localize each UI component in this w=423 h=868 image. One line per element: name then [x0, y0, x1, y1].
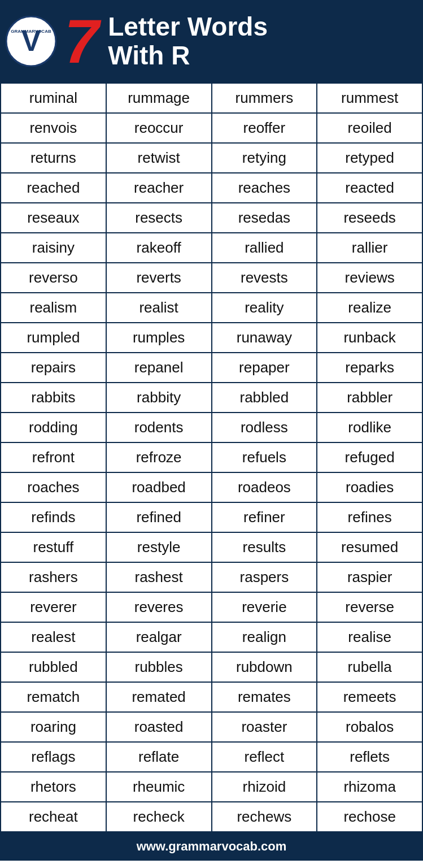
word-cell: remated [106, 682, 212, 712]
word-cell: reviews [317, 263, 422, 293]
word-cell: refroze [106, 442, 212, 472]
word-cell: raspier [317, 562, 422, 592]
word-cell: rabbled [212, 383, 317, 413]
word-cell: refront [1, 442, 106, 472]
word-cell: reflect [212, 742, 317, 772]
word-cell: restyle [106, 532, 212, 562]
word-cell: retyped [317, 143, 422, 173]
table-row: revererreveresreveriereverse [1, 592, 422, 622]
word-cell: remeets [317, 682, 422, 712]
word-cell: reached [1, 173, 106, 203]
word-cell: rumpled [1, 323, 106, 353]
word-cell: roaster [212, 712, 317, 742]
word-cell: reverso [1, 263, 106, 293]
page-title: Letter Words With R [108, 12, 268, 70]
word-cell: rashers [1, 562, 106, 592]
number-seven: 7 [64, 10, 99, 72]
word-cell: reoffer [212, 113, 317, 143]
word-cell: reality [212, 293, 317, 323]
word-cell: repaper [212, 353, 317, 383]
table-row: returnsretwistretyingretyped [1, 143, 422, 173]
word-cell: refinds [1, 502, 106, 532]
word-cell: roadbed [106, 472, 212, 502]
word-cell: rakeoff [106, 233, 212, 263]
word-cell: reverie [212, 592, 317, 622]
word-cell: rashest [106, 562, 212, 592]
word-cell: reveres [106, 592, 212, 622]
word-cell: rummers [212, 83, 317, 113]
word-cell: revests [212, 263, 317, 293]
word-cell: reverts [106, 263, 212, 293]
table-row: reversorevertsrevestsreviews [1, 263, 422, 293]
word-cell: roaring [1, 712, 106, 742]
word-cell: realize [317, 293, 422, 323]
word-cell: results [212, 532, 317, 562]
table-row: realestrealgarrealignrealise [1, 622, 422, 652]
logo-icon: V GRAMMARVOCAB [6, 16, 56, 67]
word-cell: repairs [1, 353, 106, 383]
word-cell: refines [317, 502, 422, 532]
table-row: rubbledrubblesrubdownrubella [1, 652, 422, 682]
word-cell: reverer [1, 592, 106, 622]
word-cell: rhizoma [317, 772, 422, 802]
word-cell: rodless [212, 413, 317, 442]
word-cell: reflate [106, 742, 212, 772]
word-cell: refuged [317, 442, 422, 472]
word-cell: realign [212, 622, 317, 652]
website-url: www.grammarvocab.com [137, 839, 287, 853]
word-cell: retwist [106, 143, 212, 173]
word-cell: rumples [106, 323, 212, 353]
table-row: reflagsreflatereflectreflets [1, 742, 422, 772]
word-cell: rummest [317, 83, 422, 113]
word-cell: realest [1, 622, 106, 652]
word-cell: recheat [1, 802, 106, 832]
svg-text:GRAMMARVOCAB: GRAMMARVOCAB [11, 29, 51, 34]
table-row: rhetorsrheumicrhizoidrhizoma [1, 772, 422, 802]
word-cell: renvois [1, 113, 106, 143]
word-cell: reacted [317, 173, 422, 203]
table-row: reachedreacherreachesreacted [1, 173, 422, 203]
word-cell: rodlike [317, 413, 422, 442]
word-cell: refuels [212, 442, 317, 472]
word-cell: roadeos [212, 472, 317, 502]
word-cell: ruminal [1, 83, 106, 113]
word-cell: reflags [1, 742, 106, 772]
word-cell: reoccur [106, 113, 212, 143]
word-cell: rallier [317, 233, 422, 263]
table-row: renvoisreoccurreofferreoiled [1, 113, 422, 143]
table-row: restuffrestyleresultsresumed [1, 532, 422, 562]
word-cell: resedas [212, 203, 317, 233]
word-cell: realise [317, 622, 422, 652]
word-cell: runaway [212, 323, 317, 353]
table-row: reseauxresectsresedasreseeds [1, 203, 422, 233]
header: V GRAMMARVOCAB 7 Letter Words With R [0, 0, 423, 83]
word-cell: raisiny [1, 233, 106, 263]
word-cell: raspers [212, 562, 317, 592]
word-cell: roaches [1, 472, 106, 502]
table-row: ruminalrummagerummersrummest [1, 83, 422, 113]
table-row: roddingrodentsrodlessrodlike [1, 413, 422, 442]
table-row: realismrealistrealityrealize [1, 293, 422, 323]
word-cell: reflets [317, 742, 422, 772]
word-cell: rechose [317, 802, 422, 832]
word-cell: rematch [1, 682, 106, 712]
word-cell: resects [106, 203, 212, 233]
word-cell: reseaux [1, 203, 106, 233]
word-cell: rechews [212, 802, 317, 832]
word-cell: reacher [106, 173, 212, 203]
word-cell: roadies [317, 472, 422, 502]
word-cell: refined [106, 502, 212, 532]
table-row: roaringroastedroasterrobalos [1, 712, 422, 742]
word-cell: rubella [317, 652, 422, 682]
word-cell: rhizoid [212, 772, 317, 802]
word-cell: rodding [1, 413, 106, 442]
word-cell: returns [1, 143, 106, 173]
word-cell: remates [212, 682, 317, 712]
word-cell: refiner [212, 502, 317, 532]
word-cell: rabbity [106, 383, 212, 413]
word-cell: recheck [106, 802, 212, 832]
word-cell: rodents [106, 413, 212, 442]
table-row: repairsrepanelrepaperreparks [1, 353, 422, 383]
table-row: recheatrecheckrechewsrechose [1, 802, 422, 832]
word-cell: rubbled [1, 652, 106, 682]
